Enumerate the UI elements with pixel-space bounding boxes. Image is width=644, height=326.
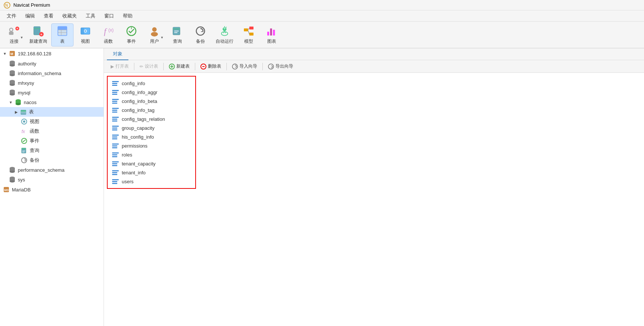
list-item[interactable]: config_info_aggr bbox=[110, 88, 193, 97]
svg-rect-12 bbox=[58, 26, 67, 30]
svg-text:M: M bbox=[10, 52, 13, 56]
model-label: 模型 bbox=[244, 38, 253, 45]
connect-label: 连接 bbox=[10, 38, 19, 45]
toolbar-view-button[interactable]: 视图 bbox=[74, 23, 97, 46]
db-icon-authority bbox=[9, 60, 16, 67]
toolbar-autorun-button[interactable]: 自动运行 bbox=[212, 23, 237, 46]
connect-icon: + bbox=[7, 25, 21, 37]
list-item[interactable]: config_info bbox=[110, 79, 193, 88]
list-item[interactable]: group_capacity bbox=[110, 123, 193, 132]
function-icon: f (x) bbox=[102, 25, 115, 37]
sidebar-item-nacos-views[interactable]: 视图 bbox=[0, 117, 104, 126]
list-item[interactable]: permissions bbox=[110, 141, 193, 150]
backups-icon bbox=[21, 157, 27, 164]
action-open-table[interactable]: ▶ 打开表 bbox=[107, 62, 133, 71]
export-wizard-icon bbox=[268, 64, 274, 70]
sidebar-item-information-schema[interactable]: information_schema bbox=[0, 68, 104, 78]
table-item-icon bbox=[112, 80, 119, 87]
sidebar-mariadb[interactable]: MDB MariaDB bbox=[0, 184, 104, 195]
sidebar-item-nacos-views-label: 视图 bbox=[30, 118, 39, 125]
list-item[interactable]: his_config_info bbox=[110, 132, 193, 141]
toolbar-newquery-button[interactable]: + 新建查询 bbox=[26, 23, 50, 46]
list-item[interactable]: config_tags_relation bbox=[110, 114, 193, 123]
svg-rect-44 bbox=[270, 28, 272, 35]
menu-view[interactable]: 查看 bbox=[39, 12, 58, 20]
table-item-icon bbox=[112, 133, 119, 140]
menu-file[interactable]: 文件 bbox=[2, 12, 21, 20]
sidebar-item-authority[interactable]: authority bbox=[0, 59, 104, 68]
list-item[interactable]: roles bbox=[110, 150, 193, 159]
menu-edit[interactable]: 编辑 bbox=[21, 12, 39, 20]
sidebar-item-information-schema-label: information_schema bbox=[18, 71, 61, 76]
db-icon-nacos bbox=[15, 99, 22, 106]
toolbar-connect-button[interactable]: + 连接 ▼ bbox=[3, 23, 25, 46]
svg-point-90 bbox=[232, 64, 238, 69]
svg-rect-46 bbox=[276, 27, 277, 35]
connect-arrow: ▼ bbox=[20, 36, 23, 39]
toolbar-backup-button[interactable]: 备份 bbox=[189, 23, 212, 46]
svg-line-41 bbox=[248, 28, 249, 29]
action-import-wizard[interactable]: 导入向导 bbox=[228, 62, 261, 71]
toolbar-user-button[interactable]: 用户 ▼ bbox=[143, 23, 166, 46]
sidebar-item-sys[interactable]: sys bbox=[0, 175, 104, 184]
svg-line-36 bbox=[226, 27, 226, 28]
sidebar-item-mysql[interactable]: mysql bbox=[0, 88, 104, 97]
sidebar-item-nacos-events[interactable]: 事件 bbox=[0, 136, 104, 146]
list-item[interactable]: tenant_capacity bbox=[110, 159, 193, 168]
tab-objects[interactable]: 对象 bbox=[107, 48, 128, 60]
svg-rect-13 bbox=[58, 30, 67, 30]
sidebar-server[interactable]: ▼ M 192.168.60.128 bbox=[0, 48, 104, 59]
sidebar-item-mhxysy[interactable]: mhxysy bbox=[0, 78, 104, 88]
action-export-wizard[interactable]: 导出向导 bbox=[264, 62, 297, 71]
sidebar-item-nacos-label: nacos bbox=[24, 100, 37, 105]
sidebar-item-nacos-functions-label: 函数 bbox=[30, 128, 39, 135]
menu-window[interactable]: 窗口 bbox=[100, 12, 118, 20]
table-list-area: config_info config_info_aggr config_info… bbox=[104, 73, 644, 326]
sidebar-item-nacos[interactable]: ▼ nacos bbox=[0, 97, 104, 107]
list-item[interactable]: config_info_beta bbox=[110, 97, 193, 106]
sidebar-item-nacos-tables[interactable]: ▶ 表 bbox=[0, 107, 104, 117]
svg-rect-2 bbox=[9, 32, 13, 35]
menu-favorites[interactable]: 收藏夹 bbox=[58, 12, 81, 20]
action-design-table[interactable]: ✏ 设计表 bbox=[136, 62, 162, 71]
table-label: 表 bbox=[60, 38, 65, 45]
svg-point-37 bbox=[221, 32, 228, 35]
query-label: 查询 bbox=[173, 38, 182, 45]
toolbar-model-button[interactable]: 模型 bbox=[238, 23, 260, 46]
sidebar-item-performance-schema[interactable]: performance_schema bbox=[0, 165, 104, 175]
new-table-label: 新建表 bbox=[176, 63, 190, 70]
toolbar-query-button[interactable]: 查询 bbox=[166, 23, 189, 46]
view-label: 视图 bbox=[81, 38, 90, 45]
svg-rect-29 bbox=[173, 27, 180, 28]
toolbar-function-button[interactable]: f (x) 函数 bbox=[97, 23, 120, 46]
model-icon bbox=[242, 25, 255, 37]
menu-tools[interactable]: 工具 bbox=[81, 12, 100, 20]
svg-rect-65 bbox=[21, 110, 26, 112]
toolbar-table-button[interactable]: 表 bbox=[51, 23, 73, 46]
list-item[interactable]: tenant_info bbox=[110, 168, 193, 177]
table-item-icon bbox=[112, 178, 119, 185]
event-icon bbox=[125, 25, 138, 37]
svg-point-57 bbox=[10, 84, 15, 86]
sidebar-item-nacos-backups[interactable]: 备份 bbox=[0, 155, 104, 165]
events-icon bbox=[21, 138, 27, 144]
function-label: 函数 bbox=[104, 38, 113, 45]
toolbar-event-button[interactable]: 事件 bbox=[120, 23, 143, 46]
user-icon bbox=[148, 25, 161, 37]
svg-point-25 bbox=[152, 27, 157, 32]
list-item[interactable]: config_info_tag bbox=[110, 106, 193, 114]
menu-help[interactable]: 帮助 bbox=[118, 12, 137, 20]
sidebar-item-nacos-functions[interactable]: fx 函数 bbox=[0, 126, 104, 136]
svg-text:f: f bbox=[104, 27, 107, 36]
query-icon bbox=[171, 25, 184, 37]
action-delete-table[interactable]: 删除表 bbox=[197, 62, 225, 71]
sidebar-item-authority-label: authority bbox=[18, 61, 36, 67]
toolbar-chart-button[interactable]: 图表 bbox=[261, 23, 283, 46]
svg-point-18 bbox=[85, 30, 86, 31]
sidebar-item-nacos-queries[interactable]: 查询 bbox=[0, 146, 104, 155]
list-item[interactable]: users bbox=[110, 177, 193, 186]
nacos-expand-arrow: ▼ bbox=[9, 100, 13, 104]
action-new-table[interactable]: 新建表 bbox=[165, 62, 193, 71]
action-sep-4 bbox=[226, 63, 227, 70]
svg-text:(x): (x) bbox=[108, 28, 114, 33]
